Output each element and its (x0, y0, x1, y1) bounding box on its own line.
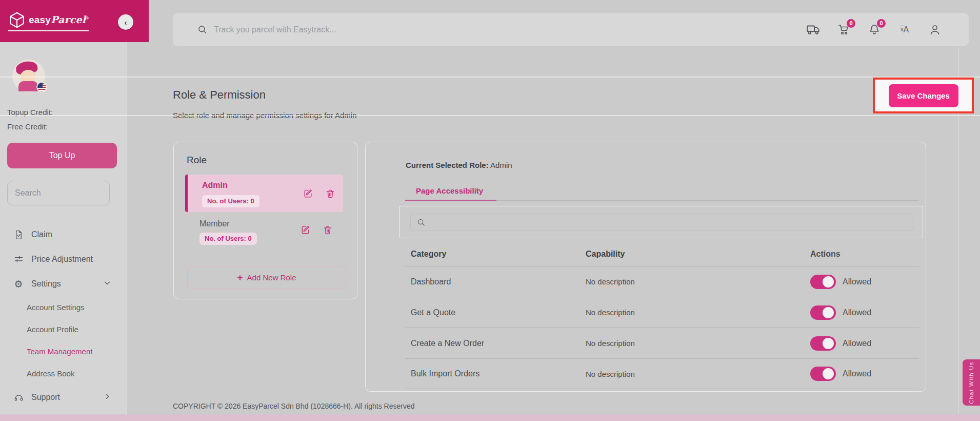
active-tab-underline (405, 200, 496, 201)
save-changes-button[interactable]: Save Changes (889, 84, 958, 107)
notification-badge: 0 (877, 19, 886, 28)
add-new-role-label: Add New Role (247, 273, 296, 282)
role-item-admin[interactable]: Admin No. of Users: 0 (185, 175, 343, 212)
current-selected-role-value: Admin (490, 161, 512, 169)
cart-badge: 0 (847, 19, 855, 28)
toggle-knob (823, 307, 834, 318)
sidebar-item-label: Support (31, 393, 60, 402)
cart-icon[interactable]: 0 (837, 23, 851, 37)
sidebar-item-claim[interactable]: Claim (0, 227, 127, 242)
chevron-down-icon (104, 279, 111, 289)
search-icon (417, 218, 426, 227)
permission-toggle[interactable] (810, 336, 836, 351)
role-name: Admin (202, 181, 228, 190)
add-new-role-button[interactable]: + Add New Role (187, 266, 346, 289)
toggle-state-label: Allowed (843, 308, 871, 317)
chevron-right-icon (104, 393, 111, 402)
annotation-line-bottom (0, 115, 980, 116)
table-row: Bulk Import Orders No description Allowe… (405, 358, 919, 389)
category-cell: Get a Quote (405, 308, 586, 317)
plus-icon: + (237, 272, 243, 283)
capability-cell: No description (586, 308, 805, 317)
current-selected-role: Current Selected Role: Admin (406, 161, 512, 169)
edit-role-icon[interactable] (303, 188, 313, 199)
table-row: Create a New Order No description Allowe… (405, 328, 919, 358)
sidebar-item-support[interactable]: Support (0, 390, 127, 405)
permission-toggle[interactable] (810, 367, 836, 381)
permission-toggle[interactable] (810, 305, 836, 320)
permissions-search-container (399, 206, 923, 238)
user-icon[interactable] (928, 23, 942, 37)
bell-icon[interactable]: 0 (867, 23, 882, 37)
permissions-panel: Current Selected Role: Admin Page Access… (365, 142, 926, 392)
top-up-button[interactable]: Top Up (7, 143, 117, 168)
sliders-icon (13, 254, 24, 264)
headset-icon (13, 392, 24, 403)
topbar: 0 0 xA (173, 13, 969, 46)
tab-page-accessibility[interactable]: Page Accessibility (416, 186, 483, 195)
table-header-row: Category Capability Actions (405, 242, 919, 266)
sidebar-search-input[interactable] (15, 188, 121, 198)
sidebar-brand-header: easyParcel® ‹ (0, 0, 149, 42)
column-header-category: Category (405, 250, 586, 259)
role-item-member[interactable]: Member No. of Users: 0 (185, 217, 343, 247)
sidebar-item-label: Settings (31, 279, 61, 289)
column-header-actions: Actions (805, 250, 919, 259)
language-translate-icon[interactable]: xA (897, 23, 912, 37)
annotation-line-top (0, 76, 980, 78)
column-header-capability: Capability (586, 250, 805, 259)
sidebar-search-box (7, 181, 110, 205)
delete-role-icon[interactable] (323, 225, 333, 235)
chat-with-us-tab[interactable]: Chat With Us (963, 359, 980, 406)
sidebar-item-label: Price Adjustment (31, 255, 93, 264)
sidebar-item-label: Claim (31, 230, 52, 239)
table-row: Get a Quote No description Allowed (405, 297, 919, 328)
toggle-state-label: Allowed (843, 369, 871, 378)
toggle-knob (823, 368, 834, 379)
category-cell: Create a New Order (405, 339, 586, 348)
toggle-knob (823, 338, 834, 349)
permissions-table: Category Capability Actions Dashboard No… (405, 242, 919, 389)
permissions-search-input[interactable] (430, 218, 907, 226)
topbar-icons: 0 0 xA (807, 23, 969, 37)
free-credit-label: Free Credit: (7, 122, 48, 131)
capability-cell: No description (586, 339, 805, 348)
permission-toggle[interactable] (810, 275, 836, 289)
gear-icon: ⚙ (13, 279, 24, 289)
role-list-card: Role Admin No. of Users: 0 Member No. of… (173, 142, 357, 299)
chat-with-us-label: Chat With Us (968, 361, 974, 404)
sidebar-item-team-management[interactable]: Team Management (27, 347, 92, 356)
role-name: Member (199, 219, 230, 228)
sidebar-item-price-adjustment[interactable]: Price Adjustment (0, 252, 127, 267)
permissions-search-box (410, 214, 913, 231)
sidebar: Topup Credit: Free Credit: Top Up Claim … (0, 0, 127, 421)
sidebar-item-settings[interactable]: ⚙ Settings (0, 276, 127, 292)
copyright-footer: COPYRIGHT © 2026 EasyParcel Sdn Bhd (102… (173, 402, 415, 410)
malaysia-flag-badge (36, 82, 47, 92)
search-icon (197, 25, 208, 35)
toggle-state-label: Allowed (843, 339, 871, 348)
sidebar-item-account-settings[interactable]: Account Settings (27, 303, 85, 312)
table-row: Dashboard No description Allowed (405, 266, 919, 297)
delete-role-icon[interactable] (325, 188, 335, 199)
bottom-pink-strip (0, 414, 980, 421)
truck-icon[interactable] (807, 23, 821, 37)
page-title: Role & Permission (173, 88, 266, 102)
category-cell: Dashboard (405, 277, 586, 286)
registered-mark: ® (86, 16, 89, 21)
sidebar-item-account-profile[interactable]: Account Profile (27, 325, 78, 334)
track-parcel-input[interactable] (214, 25, 522, 34)
toggle-state-label: Allowed (843, 277, 871, 286)
capability-cell: No description (586, 370, 805, 378)
edit-role-icon[interactable] (301, 225, 311, 235)
role-card-title: Role (187, 155, 207, 166)
current-selected-role-label: Current Selected Role: (406, 161, 489, 169)
save-changes-highlight-box: Save Changes (873, 78, 974, 113)
permissions-tabbar: Page Accessibility (405, 185, 919, 201)
easyparcel-logo: easyParcel® (8, 11, 89, 31)
category-cell: Bulk Import Orders (405, 369, 586, 378)
logo-wordmark: easyParcel® (29, 14, 89, 26)
role-users-count: No. of Users: 0 (199, 233, 257, 245)
sidebar-item-address-book[interactable]: Address Book (27, 369, 74, 378)
sidebar-collapse-button[interactable]: ‹ (118, 14, 133, 30)
